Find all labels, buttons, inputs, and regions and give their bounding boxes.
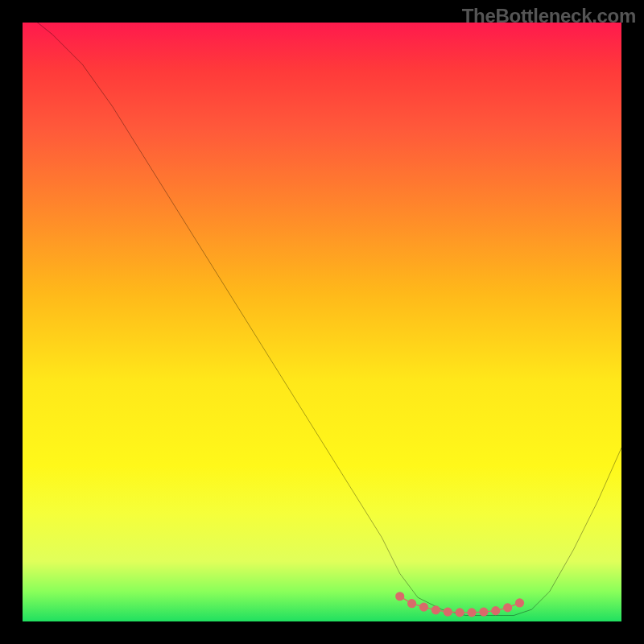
valley-marker-dot: [491, 606, 500, 615]
chart-frame: TheBottleneck.com: [0, 0, 644, 644]
valley-marker-dot: [407, 599, 416, 608]
bottleneck-curve: [23, 23, 621, 616]
valley-marker-dot: [503, 603, 512, 612]
bottleneck-curve-group: [23, 23, 621, 616]
valley-marker-group: [395, 592, 524, 617]
valley-marker-dot: [395, 592, 404, 601]
valley-marker-dot: [515, 598, 524, 607]
valley-marker-dot: [419, 603, 428, 612]
valley-marker-dot: [444, 608, 452, 617]
watermark-text: TheBottleneck.com: [462, 5, 636, 27]
chart-svg: [23, 23, 621, 621]
valley-marker-dot: [456, 608, 464, 617]
valley-marker-dot: [479, 608, 488, 617]
valley-marker-dot: [467, 608, 476, 617]
valley-marker-dot: [431, 605, 440, 614]
